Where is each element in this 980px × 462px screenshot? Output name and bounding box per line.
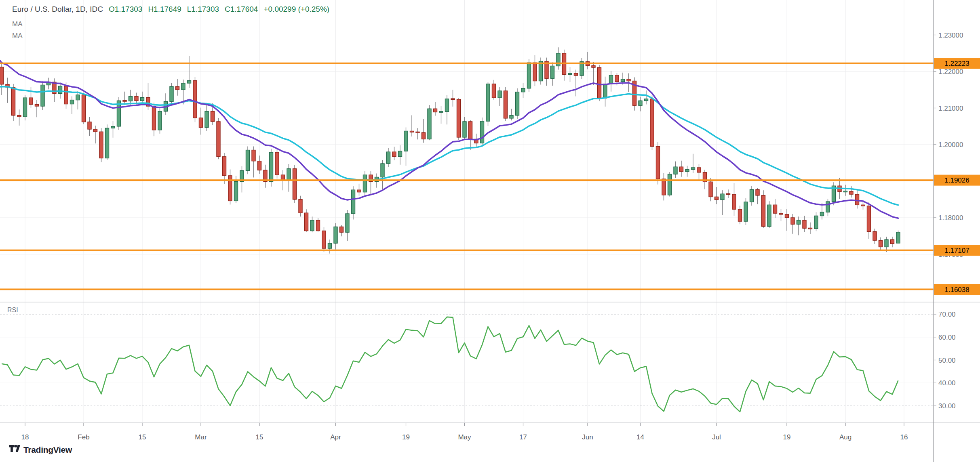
candle[interactable] — [767, 201, 771, 228]
candle[interactable] — [29, 87, 33, 108]
candle[interactable] — [586, 52, 590, 69]
candle[interactable] — [463, 117, 466, 139]
candle[interactable] — [340, 225, 344, 236]
candle[interactable] — [674, 162, 677, 178]
candle[interactable] — [504, 87, 508, 121]
candle[interactable] — [82, 92, 86, 124]
candle[interactable] — [404, 127, 408, 166]
candle[interactable] — [826, 199, 830, 216]
candle[interactable] — [656, 142, 660, 185]
candle[interactable] — [99, 128, 103, 162]
candle[interactable] — [398, 145, 402, 165]
candle[interactable] — [70, 97, 74, 114]
candle[interactable] — [662, 173, 666, 201]
candle[interactable] — [293, 165, 297, 203]
price-axis[interactable]: 1.230001.220001.210001.200001.180001.170… — [934, 32, 980, 295]
candle[interactable] — [434, 102, 437, 116]
candle[interactable] — [486, 82, 490, 126]
candle[interactable] — [252, 147, 255, 178]
candle[interactable] — [381, 160, 384, 189]
candle[interactable] — [680, 161, 683, 177]
candle[interactable] — [369, 171, 373, 194]
candle[interactable] — [556, 47, 560, 69]
candle[interactable] — [551, 62, 554, 86]
symbol-title[interactable]: Euro / U.S. Dollar, 1D, IDC — [12, 5, 103, 14]
candle[interactable] — [263, 165, 267, 188]
candle[interactable] — [650, 95, 654, 150]
candle[interactable] — [170, 83, 173, 105]
candle[interactable] — [738, 206, 742, 224]
candle[interactable] — [6, 78, 9, 103]
candle[interactable] — [47, 78, 51, 89]
candle[interactable] — [849, 186, 853, 197]
candle[interactable] — [603, 77, 607, 107]
candle[interactable] — [322, 227, 326, 252]
candle[interactable] — [0, 63, 4, 95]
candle[interactable] — [176, 79, 179, 96]
candle[interactable] — [832, 182, 836, 205]
candle[interactable] — [439, 106, 443, 124]
candle[interactable] — [873, 229, 877, 244]
candle[interactable] — [240, 166, 244, 192]
candle[interactable] — [217, 118, 220, 159]
candle[interactable] — [305, 209, 308, 232]
rsi-indicator-legend[interactable]: RSI — [7, 307, 18, 314]
candle[interactable] — [410, 116, 414, 136]
candle[interactable] — [53, 78, 56, 102]
candle[interactable] — [316, 218, 320, 231]
candle[interactable] — [199, 108, 203, 135]
candle[interactable] — [392, 147, 396, 160]
candle[interactable] — [516, 88, 519, 119]
candle[interactable] — [580, 58, 584, 79]
candle[interactable] — [844, 185, 847, 196]
candle[interactable] — [709, 178, 712, 201]
tradingview-logo[interactable]: TradingView — [9, 445, 72, 455]
candle[interactable] — [568, 67, 572, 82]
candle[interactable] — [867, 202, 871, 239]
candle[interactable] — [539, 58, 543, 85]
candle[interactable] — [328, 239, 332, 253]
candle[interactable] — [510, 109, 513, 120]
candle[interactable] — [346, 210, 349, 241]
candle[interactable] — [592, 62, 595, 85]
candle[interactable] — [563, 50, 566, 81]
candle[interactable] — [809, 223, 812, 234]
candle[interactable] — [732, 183, 736, 216]
candle[interactable] — [41, 81, 44, 110]
candle[interactable] — [310, 216, 314, 232]
candle[interactable] — [457, 98, 461, 140]
candle[interactable] — [697, 164, 701, 181]
candle[interactable] — [416, 128, 419, 139]
candle[interactable] — [691, 154, 695, 173]
candle[interactable] — [299, 196, 302, 217]
candle[interactable] — [856, 190, 859, 208]
candle[interactable] — [158, 108, 162, 134]
candle[interactable] — [797, 216, 801, 235]
candle[interactable] — [228, 170, 232, 205]
candle[interactable] — [891, 237, 894, 247]
candle[interactable] — [422, 119, 426, 143]
candle[interactable] — [756, 188, 759, 204]
candle[interactable] — [481, 118, 484, 145]
candle[interactable] — [12, 84, 15, 121]
candle[interactable] — [492, 80, 496, 100]
candle[interactable] — [387, 148, 390, 167]
candle[interactable] — [521, 83, 525, 98]
ma-indicator-legend-2[interactable]: MA — [12, 32, 23, 40]
candle[interactable] — [94, 126, 97, 143]
candle[interactable] — [762, 190, 765, 228]
candle[interactable] — [88, 117, 91, 136]
candle[interactable] — [727, 189, 730, 198]
candle[interactable] — [275, 149, 279, 178]
candle[interactable] — [334, 223, 337, 250]
candle[interactable] — [545, 58, 548, 86]
candle[interactable] — [814, 212, 818, 231]
candle[interactable] — [744, 198, 748, 225]
ma-indicator-legend-1[interactable]: MA — [12, 20, 23, 28]
candle[interactable] — [668, 172, 672, 197]
candle[interactable] — [205, 103, 209, 131]
price-chart-canvas[interactable]: 1.230001.220001.210001.200001.180001.170… — [0, 0, 980, 462]
ma-line-cyan[interactable] — [0, 87, 898, 205]
candle[interactable] — [721, 190, 724, 215]
candle[interactable] — [779, 209, 783, 221]
